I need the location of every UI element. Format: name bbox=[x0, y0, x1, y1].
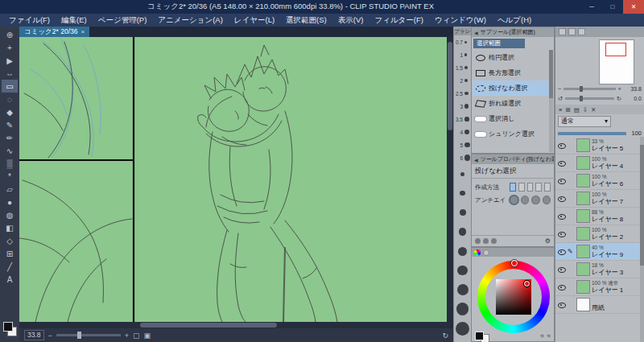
zoom-out-icon[interactable]: − bbox=[558, 85, 561, 93]
mode-subtract-button[interactable] bbox=[527, 183, 534, 192]
canvas-horizontal-scrollbar[interactable] bbox=[19, 322, 447, 328]
layer-row[interactable]: ✎ 100 % レイヤー 6 bbox=[555, 172, 640, 190]
brush-size-item[interactable]: 3.5 bbox=[454, 113, 471, 126]
layer-thumbnail[interactable] bbox=[576, 209, 590, 223]
canvas[interactable] bbox=[19, 37, 447, 322]
eye-icon[interactable] bbox=[557, 178, 566, 184]
zoom-value[interactable]: 33.8 bbox=[24, 330, 44, 340]
brush-size-item[interactable] bbox=[454, 222, 471, 241]
ruler-tool-icon[interactable]: ╱ bbox=[2, 260, 18, 273]
layer-row[interactable]: ✎ 100 % レイヤー 2 bbox=[555, 225, 640, 243]
eye-icon[interactable] bbox=[557, 284, 566, 290]
wrench-icon[interactable]: ⚙ bbox=[545, 237, 551, 245]
scrollbar-thumb[interactable] bbox=[448, 42, 452, 130]
fill-tool-icon[interactable]: ◍ bbox=[2, 208, 18, 221]
eye-icon[interactable] bbox=[557, 160, 566, 167]
scrollbar-thumb[interactable] bbox=[640, 145, 644, 266]
blend-mode-select[interactable]: 通常 ▾ bbox=[558, 116, 611, 127]
palette-tab-icon[interactable] bbox=[568, 28, 576, 35]
menu-item[interactable]: ファイル(F) bbox=[3, 14, 56, 27]
brush-size-item[interactable] bbox=[454, 280, 471, 299]
brush-size-item[interactable]: 1.5 bbox=[454, 61, 471, 74]
navigator-thumbnail[interactable] bbox=[599, 39, 634, 84]
layer-row[interactable]: ✎ 100 % 通常 レイヤー 1 bbox=[555, 278, 640, 296]
opacity-slider[interactable] bbox=[558, 132, 626, 135]
brush-size-item[interactable]: 1 bbox=[454, 48, 471, 61]
brush-size-item[interactable] bbox=[454, 261, 471, 280]
gradient-tool-icon[interactable]: ◧ bbox=[2, 221, 18, 234]
object-tool-icon[interactable]: ▶ bbox=[2, 54, 18, 67]
text-tool-icon[interactable]: A bbox=[2, 273, 18, 286]
eye-icon[interactable] bbox=[557, 196, 566, 202]
layer-row[interactable]: ✎ 18 % レイヤー 3 bbox=[555, 261, 640, 278]
brush-size-item[interactable] bbox=[454, 241, 471, 261]
eye-icon[interactable] bbox=[557, 142, 566, 149]
color-wheel[interactable] bbox=[477, 261, 550, 333]
eyedropper-tool-icon[interactable]: ◆ bbox=[2, 105, 18, 118]
saturation-value-square[interactable] bbox=[496, 279, 531, 315]
zoom-tool-icon[interactable]: ⊕ bbox=[2, 28, 18, 41]
new-layer-icon[interactable]: ⊞ bbox=[565, 106, 570, 113]
layer-row[interactable]: ✎ 40 % レイヤー 9 bbox=[555, 243, 640, 261]
subtool-item[interactable]: 選択消し bbox=[473, 111, 549, 126]
document-tab[interactable]: コミック2* 20/36 × bbox=[19, 27, 89, 37]
brush-size-item[interactable]: 4 bbox=[454, 126, 471, 138]
collapse-icon[interactable]: ◀ bbox=[474, 157, 478, 163]
rotate-right-icon[interactable]: ↻ bbox=[617, 95, 621, 102]
navigator-zoom-slider[interactable] bbox=[564, 88, 615, 90]
antialias-weak-button[interactable] bbox=[521, 196, 530, 204]
rotate-left-icon[interactable]: ↺ bbox=[558, 95, 563, 102]
pen-tool-icon[interactable]: ✎ bbox=[2, 118, 18, 131]
fit-screen-icon[interactable]: ▢ bbox=[133, 332, 140, 340]
layer-row[interactable]: ✎ 88 % レイヤー 8 bbox=[555, 208, 640, 225]
auto-select-tool-icon[interactable]: ◌ bbox=[2, 93, 18, 105]
layer-scrollbar[interactable] bbox=[640, 137, 644, 342]
collapse-icon[interactable]: ◀ bbox=[474, 30, 478, 35]
brush-tool-icon[interactable]: ∿ bbox=[2, 144, 18, 157]
menu-item[interactable]: 編集(E) bbox=[56, 14, 93, 27]
new-folder-icon[interactable]: ▤ bbox=[574, 106, 580, 113]
layer-row[interactable]: ✎ 100 % レイヤー 4 bbox=[555, 155, 640, 172]
selection-tool-icon[interactable]: ▭ bbox=[2, 80, 18, 93]
zoom-slider[interactable] bbox=[56, 334, 121, 336]
layer-thumbnail[interactable] bbox=[576, 298, 590, 311]
layer-row[interactable]: ✎ 100 % レイヤー 7 bbox=[555, 190, 640, 208]
subtool-item[interactable]: 折れ線選択 bbox=[473, 96, 549, 111]
mode-select-button[interactable] bbox=[544, 183, 551, 192]
menu-item[interactable]: フィルター(F) bbox=[369, 14, 429, 27]
eye-icon[interactable] bbox=[557, 213, 566, 220]
eye-icon[interactable] bbox=[557, 302, 566, 308]
subtool-item[interactable]: 投げなわ選択 bbox=[473, 80, 549, 96]
brush-size-item[interactable] bbox=[454, 203, 471, 222]
figure-tool-icon[interactable]: ◇ bbox=[2, 234, 18, 247]
maximize-button[interactable]: □ bbox=[602, 0, 623, 14]
blend-tool-icon[interactable]: ● bbox=[2, 196, 18, 208]
layer-thumbnail[interactable] bbox=[576, 280, 590, 294]
layer-row[interactable]: ✎ 33 % レイヤー 5 bbox=[555, 137, 640, 155]
brush-size-item[interactable] bbox=[454, 164, 471, 183]
brush-size-item[interactable]: 0.7 bbox=[454, 35, 471, 48]
eye-icon[interactable] bbox=[557, 249, 566, 255]
brush-size-item[interactable]: 2.5 bbox=[454, 87, 471, 100]
rotate-view-icon[interactable]: ↻ bbox=[442, 332, 448, 340]
foreground-color-swatch[interactable] bbox=[475, 332, 484, 340]
airbrush-tool-icon[interactable]: ▒ bbox=[2, 157, 18, 170]
subtool-item[interactable]: 楕円選択 bbox=[473, 50, 549, 65]
eye-icon[interactable] bbox=[557, 231, 566, 237]
frame-border-tool-icon[interactable]: ⊞ bbox=[2, 247, 18, 260]
menu-item[interactable]: 表示(V) bbox=[332, 14, 369, 27]
brush-size-item[interactable] bbox=[454, 299, 471, 319]
scrollbar-thumb[interactable] bbox=[140, 323, 277, 328]
antialias-strong-button[interactable] bbox=[543, 196, 551, 204]
actual-size-icon[interactable]: ▣ bbox=[144, 332, 151, 340]
hand-tool-icon[interactable]: + bbox=[2, 41, 18, 54]
palette-menu-icon[interactable]: ≡ bbox=[559, 106, 562, 113]
layer-thumbnail[interactable] bbox=[576, 156, 590, 170]
zoom-slider-knob[interactable] bbox=[77, 332, 81, 339]
transfer-layer-icon[interactable]: ⇩ bbox=[583, 106, 588, 113]
palette-tab-icon[interactable] bbox=[578, 28, 585, 35]
mode-new-button[interactable] bbox=[510, 183, 516, 192]
close-button[interactable]: ✕ bbox=[623, 0, 644, 14]
color-slider-tab-icon[interactable] bbox=[483, 249, 489, 256]
navigator-view-rect[interactable] bbox=[605, 43, 626, 56]
